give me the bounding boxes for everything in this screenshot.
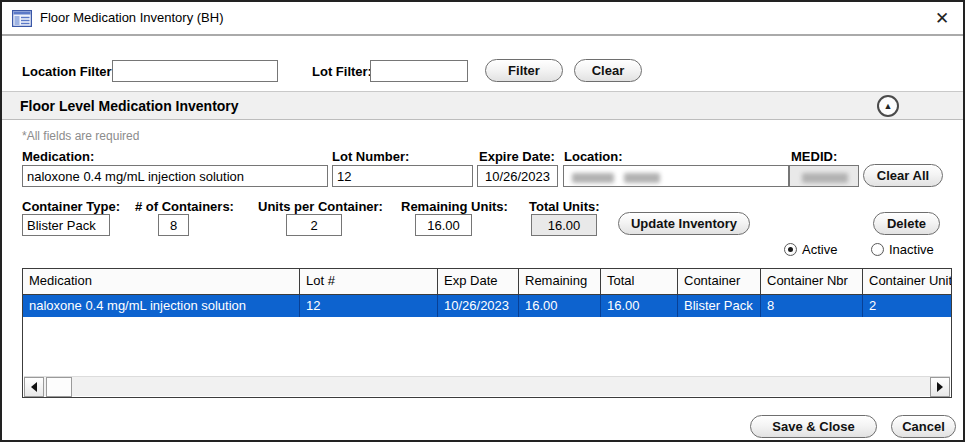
col-header-exp-date[interactable]: Exp Date — [438, 269, 519, 294]
inventory-table: Medication Lot # Exp Date Remaining Tota… — [22, 268, 952, 398]
cell-total: 16.00 — [601, 295, 678, 317]
expire-date-label: Expire Date: — [479, 149, 555, 164]
cell-container-units: 2 — [863, 295, 951, 317]
location-filter-label: Location Filter: — [22, 64, 116, 79]
table-row-selected[interactable]: naloxone 0.4 mg/mL injection solution 12… — [23, 295, 951, 317]
section-title: Floor Level Medication Inventory — [20, 92, 239, 121]
radio-selected-icon — [784, 243, 797, 256]
col-header-remaining[interactable]: Remaining — [519, 269, 601, 294]
inactive-radio-label: Inactive — [889, 242, 934, 257]
table-header-row: Medication Lot # Exp Date Remaining Tota… — [23, 269, 951, 295]
cancel-button[interactable]: Cancel — [891, 415, 956, 438]
status-radio-group: Active Inactive — [772, 242, 947, 260]
collapse-section-button[interactable]: ▲ — [877, 95, 899, 117]
scroll-right-button[interactable] — [930, 377, 950, 397]
col-header-container-units[interactable]: Container Units — [863, 269, 951, 294]
expire-date-input[interactable] — [477, 165, 558, 187]
save-and-close-button[interactable]: Save & Close — [750, 415, 877, 438]
active-radio[interactable]: Active — [784, 242, 837, 257]
redacted-medid-value — [802, 173, 848, 183]
total-units-label: Total Units: — [529, 199, 600, 214]
close-icon[interactable]: ✕ — [929, 6, 955, 32]
cell-container: Blister Pack — [678, 295, 761, 317]
cell-exp-date: 10/26/2023 — [438, 295, 519, 317]
scroll-left-button[interactable] — [24, 377, 44, 397]
remaining-units-label: Remaining Units: — [401, 199, 508, 214]
col-header-container[interactable]: Container — [678, 269, 761, 294]
col-header-container-nbr[interactable]: Container Nbr — [761, 269, 863, 294]
app-grid-icon — [12, 10, 32, 27]
container-type-input[interactable] — [22, 214, 110, 236]
units-per-container-label: Units per Container: — [258, 199, 383, 214]
floor-medication-inventory-dialog: Floor Medication Inventory (BH) ✕ Locati… — [0, 0, 965, 442]
arrow-right-icon — [937, 382, 943, 392]
active-radio-label: Active — [802, 242, 837, 257]
col-header-medication[interactable]: Medication — [23, 269, 300, 294]
title-bar: Floor Medication Inventory (BH) ✕ — [2, 2, 963, 36]
lot-number-input[interactable] — [332, 165, 473, 187]
medid-field — [789, 165, 859, 187]
location-input[interactable] — [563, 165, 789, 187]
num-containers-label: # of Containers: — [135, 199, 234, 214]
redacted-location-value — [572, 173, 614, 183]
cell-container-nbr: 8 — [761, 295, 863, 317]
medication-input[interactable] — [22, 165, 328, 187]
filter-button[interactable]: Filter — [485, 59, 563, 82]
col-header-lot[interactable]: Lot # — [300, 269, 438, 294]
delete-button[interactable]: Delete — [873, 212, 940, 235]
lot-filter-input[interactable] — [370, 60, 468, 82]
remaining-units-input[interactable] — [415, 214, 472, 236]
medication-label: Medication: — [22, 149, 94, 164]
radio-unselected-icon — [871, 243, 884, 256]
lot-filter-label: Lot Filter: — [312, 64, 372, 79]
inactive-radio[interactable]: Inactive — [871, 242, 934, 257]
medid-label: MEDID: — [791, 149, 837, 164]
required-fields-note: *All fields are required — [22, 129, 139, 143]
location-label: Location: — [564, 149, 623, 164]
units-per-container-input[interactable] — [286, 214, 342, 236]
horizontal-scrollbar[interactable] — [24, 376, 950, 396]
lot-number-label: Lot Number: — [332, 149, 409, 164]
section-header: Floor Level Medication Inventory ▲ — [2, 91, 963, 120]
cell-remaining: 16.00 — [519, 295, 601, 317]
window-title: Floor Medication Inventory (BH) — [40, 2, 224, 34]
container-type-label: Container Type: — [22, 199, 120, 214]
total-units-field — [531, 214, 597, 236]
update-inventory-button[interactable]: Update Inventory — [618, 212, 750, 235]
clear-button[interactable]: Clear — [574, 59, 642, 82]
clear-all-button[interactable]: Clear All — [863, 164, 943, 187]
col-header-total[interactable]: Total — [601, 269, 678, 294]
cell-medication: naloxone 0.4 mg/mL injection solution — [23, 295, 300, 317]
redacted-location-value — [624, 173, 660, 183]
num-containers-input[interactable] — [158, 214, 189, 236]
scrollbar-thumb[interactable] — [46, 377, 72, 397]
location-filter-input[interactable] — [112, 60, 278, 82]
cell-lot: 12 — [300, 295, 438, 317]
arrow-left-icon — [31, 382, 37, 392]
chevron-up-icon: ▲ — [884, 102, 893, 111]
